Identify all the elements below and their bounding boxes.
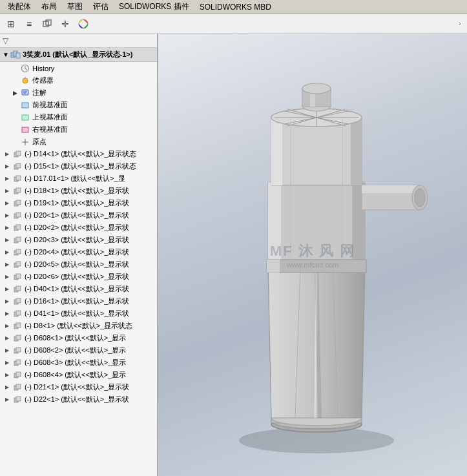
view-area[interactable]: MF 沐 风 网 www.mfcad.com (158, 34, 467, 476)
component-label: (-) D20<6> (默认<<默认>_显示状 (25, 272, 157, 282)
list-item[interactable]: ▶ (-) D21<1> (默认<<默认>_显示状 (0, 381, 157, 393)
tree-arrow: ▶ (5, 225, 12, 231)
menu-evaluate[interactable]: 评估 (88, 0, 114, 14)
sensor-icon (20, 76, 30, 86)
component-label: (-) D40<1> (默认<<默认>_显示状 (25, 284, 157, 294)
list-item[interactable]: ▶ (-) D22<1> (默认<<默认>_显示状 (0, 393, 157, 406)
svg-rect-14 (22, 127, 28, 132)
component-label: (-) D20<1> (默认<<默认>_显示状 (25, 211, 157, 220)
tree-item-top-plane[interactable]: 上视基准面 (0, 111, 157, 123)
toolbar-btn-box[interactable] (39, 16, 56, 32)
list-item[interactable]: ▶ (-) D20<4> (默认<<默认>_显示状 (0, 246, 157, 258)
component-label: (-) D8<1> (默认<<默认>_显示状态 (25, 321, 157, 331)
svg-rect-37 (16, 262, 21, 266)
list-item[interactable]: ▶ (-) D20<6> (默认<<默认>_显示状 (0, 271, 157, 283)
list-item[interactable]: ▶ (-) D17.01<1> (默认<<默认>_显 (0, 172, 157, 185)
svg-rect-68 (267, 260, 366, 273)
component-icon (12, 272, 23, 282)
tree-arrow: ▶ (5, 397, 12, 402)
list-item[interactable]: ▶ (-) D16<1> (默认<<默认>_显示状 (0, 295, 157, 307)
history-icon (20, 63, 30, 74)
tree-arrow: ▶ (5, 360, 12, 366)
component-label: (-) D20<3> (默认<<默认>_显示状 (25, 235, 157, 245)
tree-item-sensor[interactable]: 传感器 (0, 74, 157, 87)
tree-item-history[interactable]: History (0, 62, 157, 74)
svg-rect-41 (16, 286, 21, 291)
menu-assembly[interactable]: 装配体 (3, 0, 36, 14)
list-item[interactable]: ▶ (-) D608<2> (默认<<默认>_显示 (0, 344, 157, 357)
tree-container[interactable]: History 传感器 ▶ (0, 62, 157, 476)
list-item[interactable]: ▶ (-) D20<3> (默认<<默认>_显示状 (0, 234, 157, 246)
list-item[interactable]: ▶ (-) D608<1> (默认<<默认>_显示 (0, 332, 157, 344)
svg-rect-85 (362, 185, 420, 193)
svg-rect-12 (22, 103, 28, 108)
tree-arrow: ▶ (5, 347, 12, 353)
tree-item-right-plane[interactable]: 右视基准面 (0, 123, 157, 136)
menu-sw-mbd[interactable]: SOLIDWORKS MBD (194, 1, 276, 13)
list-item[interactable]: ▶ (-) D40<1> (默认<<默认>_显示状 (0, 283, 157, 295)
toolbar-btn-crosshair[interactable]: ✛ (57, 16, 74, 32)
svg-rect-55 (16, 372, 21, 377)
tree-item-annotation[interactable]: ▶ 注解 (0, 87, 157, 99)
tree-arrow: ▶ (5, 384, 12, 390)
tree-arrow: ▶ (5, 200, 12, 206)
component-icon (12, 211, 23, 221)
list-item[interactable]: ▶ (-) D41<1> (默认<<默认>_显示状 (0, 307, 157, 320)
main-layout: ▽ ▼ 3笑麦.01 (默认<默认_显示状态-1>) (0, 34, 467, 476)
tree-item-front-plane[interactable]: 前视基准面 (0, 99, 157, 111)
tree-arrow: ▶ (5, 372, 12, 378)
menu-sketch[interactable]: 草图 (62, 0, 88, 14)
history-label: History (32, 65, 157, 72)
list-item[interactable]: ▶ (-) D19<1> (默认<<默认>_显示状 (0, 197, 157, 209)
list-item[interactable]: ▶ (-) D608<3> (默认<<默认>_显示 (0, 357, 157, 369)
svg-rect-39 (16, 274, 21, 278)
list-item[interactable]: ▶ (-) D18<1> (默认<<默认>_显示状 (0, 185, 157, 197)
component-icon (12, 174, 23, 184)
annotation-label: 注解 (32, 88, 157, 98)
svg-rect-19 (16, 151, 21, 156)
list-item[interactable]: ▶ (-) D20<1> (默认<<默认>_显示状 (0, 209, 157, 222)
toolbar-btn-color[interactable] (75, 16, 92, 32)
toolbar-btn-list[interactable]: ≡ (21, 16, 37, 32)
tree-root[interactable]: ▼ 3笑麦.01 (默认<默认_显示状态-1>) (0, 48, 157, 62)
component-label: (-) D21<1> (默认<<默认>_显示状 (25, 382, 157, 392)
svg-rect-69 (267, 260, 280, 273)
svg-point-87 (415, 189, 425, 207)
component-icon (12, 223, 23, 233)
annotation-icon (20, 88, 30, 98)
toolbar-btn-grid[interactable]: ⊞ (3, 16, 19, 32)
tree-item-origin[interactable]: 原点 (0, 136, 157, 148)
component-icon (12, 395, 23, 405)
component-label: (-) D18<1> (默认<<默认>_显示状 (25, 186, 157, 196)
list-item[interactable]: ▶ (-) D8<1> (默认<<默认>_显示状态 (0, 320, 157, 332)
left-panel: ▽ ▼ 3笑麦.01 (默认<默认_显示状态-1>) (0, 34, 158, 476)
svg-rect-51 (16, 347, 21, 352)
component-icon (12, 370, 23, 380)
menu-bar: 装配体 布局 草图 评估 SOLIDWORKS 插件 SOLIDWORKS MB… (0, 0, 467, 14)
filter-icon[interactable]: ▽ (3, 36, 8, 45)
svg-rect-33 (16, 237, 21, 242)
component-icon (12, 161, 23, 172)
component-icon (12, 247, 23, 258)
component-icon (12, 260, 23, 270)
top-plane-label: 上视基准面 (32, 112, 157, 122)
front-plane-label: 前视基准面 (32, 100, 157, 110)
toolbar-expand-arrow[interactable]: › (455, 16, 464, 32)
menu-layout[interactable]: 布局 (36, 0, 62, 14)
list-item[interactable]: ▶ (-) D20<2> (默认<<默认>_显示状 (0, 222, 157, 234)
svg-rect-29 (16, 212, 21, 217)
list-item[interactable]: ▶ (-) D20<5> (默认<<默认>_显示状 (0, 258, 157, 271)
component-icon (12, 321, 23, 331)
list-item[interactable]: ▶ (-) D15<1> (默认<<默认>_显示状态 (0, 160, 157, 172)
list-item[interactable]: ▶ (-) D608<4> (默认<<默认>_显示 (0, 369, 157, 381)
component-label: (-) D608<4> (默认<<默认>_显示 (25, 370, 157, 380)
menu-sw-plugins[interactable]: SOLIDWORKS 插件 (114, 0, 194, 14)
tree-arrow: ▶ (5, 212, 12, 218)
svg-rect-27 (16, 200, 21, 205)
filter-bar: ▽ (0, 34, 157, 48)
component-label: (-) D17.01<1> (默认<<默认>_显 (25, 174, 157, 183)
list-item[interactable]: ▶ (-) D14<1> (默认<<默认>_显示状态 (0, 148, 157, 160)
svg-rect-43 (16, 298, 21, 303)
tree-arrow: ▶ (5, 335, 12, 341)
assembly-icon (10, 50, 21, 60)
